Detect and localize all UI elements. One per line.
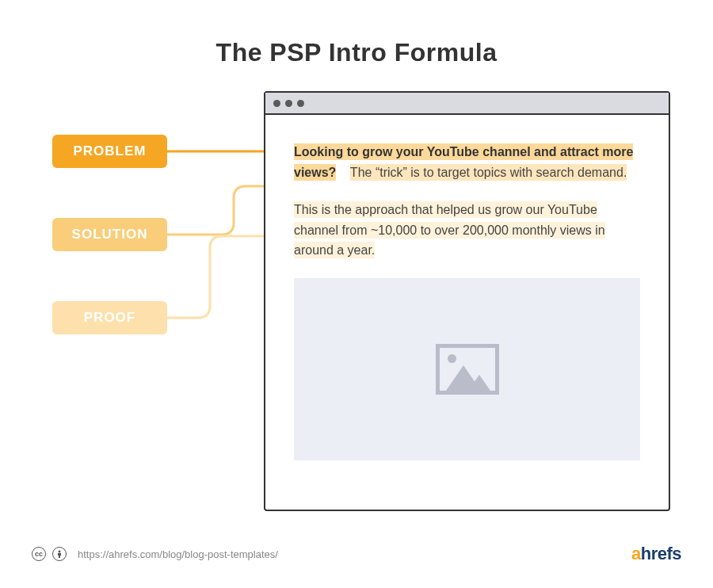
diagram-area: PROBLEM SOLUTION PROOF Looking to grow y… — [0, 83, 713, 527]
image-placeholder — [294, 278, 640, 460]
image-placeholder-icon — [436, 344, 499, 395]
intro-paragraph-1: Looking to grow your YouTube channel and… — [294, 142, 640, 182]
cc-license-icon: cc — [32, 547, 46, 561]
label-solution: SOLUTION — [52, 218, 167, 251]
diagram-title: The PSP Intro Formula — [0, 0, 713, 67]
source-url: https://ahrefs.com/blog/blog-post-templa… — [78, 548, 278, 560]
solution-text: The “trick” is to target topics with sea… — [350, 164, 627, 181]
label-solution-text: SOLUTION — [72, 227, 148, 242]
window-dot-icon — [273, 100, 280, 107]
browser-window: Looking to grow your YouTube channel and… — [264, 91, 670, 511]
proof-text: This is the approach that helped us grow… — [294, 201, 605, 258]
browser-content: Looking to grow your YouTube channel and… — [265, 115, 669, 479]
footer: cc https://ahrefs.com/blog/blog-post-tem… — [32, 544, 681, 564]
label-proof: PROOF — [52, 301, 167, 334]
attribution-icon — [52, 547, 67, 561]
window-dot-icon — [297, 100, 304, 107]
window-dot-icon — [285, 100, 292, 107]
brand-text-rest: hrefs — [641, 544, 681, 563]
footer-left: cc https://ahrefs.com/blog/blog-post-tem… — [32, 547, 278, 561]
ahrefs-logo: ahrefs — [631, 544, 681, 564]
label-problem: PROBLEM — [52, 135, 167, 168]
browser-titlebar — [265, 93, 669, 115]
label-problem-text: PROBLEM — [74, 143, 147, 159]
label-proof-text: PROOF — [84, 310, 135, 326]
svg-point-3 — [59, 551, 61, 553]
intro-paragraph-2: This is the approach that helped us grow… — [294, 200, 640, 261]
